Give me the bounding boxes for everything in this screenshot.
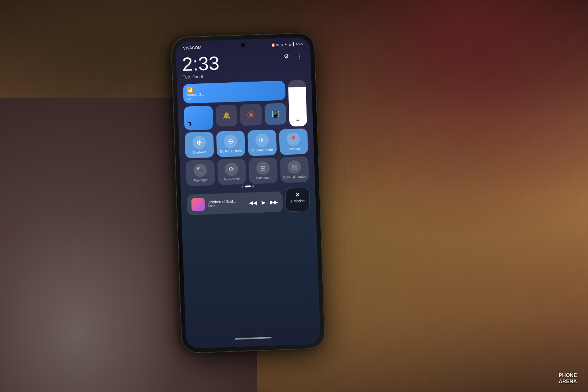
xmode-button[interactable]: ✕ X Mode+ <box>285 187 310 212</box>
bluetooth-icon: ⊕ <box>192 136 206 149</box>
brightness-slider[interactable]: ☀ <box>288 80 307 126</box>
media-player: Children of Bod... Are Y... ◀◀ ▶ ▶▶ <box>187 191 283 215</box>
carrier-name: VIVACOM <box>183 45 201 50</box>
media-row: Children of Bod... Are Y... ◀◀ ▶ ▶▶ <box>187 187 310 215</box>
watermark: PHONE ARENA <box>559 372 577 385</box>
dot-2 <box>245 186 251 188</box>
dnd-label: Do Not Disturb <box>220 149 242 154</box>
flashlight-label: Flashlight <box>193 178 208 183</box>
panel-controls: ⚙ ⋮ <box>281 50 305 61</box>
phone-screen: VIVACOM ⏰ ✉ ⊙ ✦ ▲ ▌ 65% <box>176 37 321 349</box>
location-label: Location <box>287 147 300 151</box>
signal-icon: ▲ <box>288 43 291 46</box>
dnd-tile[interactable]: ⊖ Do Not Disturb <box>216 130 245 157</box>
airplane-label: Airplane mode <box>252 148 273 153</box>
time-date-block: 2:33 Tue, Jan 9 <box>182 54 220 80</box>
mute-tile[interactable]: 🔕 <box>240 104 262 126</box>
ring-tile[interactable]: 🔔 <box>215 105 237 127</box>
autorotate-tile[interactable]: ⟳ Auto-rotate <box>217 158 246 185</box>
second-tile-row: ⇅ 🔔 🔕 <box>184 103 287 130</box>
ring-icon: 🔔 <box>222 111 231 120</box>
mute-icon: 🔕 <box>247 111 255 119</box>
bluetooth-tile[interactable]: ⊕ Bluetooth <box>184 132 214 158</box>
toggle-row-2: 🔦 Flashlight ⟳ Auto-rotate ⊞ Calculator <box>186 156 309 186</box>
home-indicator[interactable] <box>235 337 272 339</box>
xmode-label: X Mode+ <box>290 199 305 203</box>
toggle-row-1: ⊕ Bluetooth ⊖ Do Not Disturb ✈ Airplane … <box>184 128 308 158</box>
media-play-button[interactable]: ▶ <box>261 199 266 205</box>
dot-3 <box>252 185 254 187</box>
calculator-label: Calculator <box>256 176 271 180</box>
wifi-tile-label: eArena-G... <box>187 93 204 97</box>
airplane-tile[interactable]: ✈ Airplane mode <box>247 129 277 156</box>
vibrate-tile[interactable]: 📳 <box>264 103 286 125</box>
top-tiles-section: 📶 eArena-G... On ⇅ <box>183 80 307 130</box>
calculator-tile[interactable]: ⊞ Calculator <box>248 157 278 184</box>
battery-text: 65% <box>296 42 303 46</box>
location-icon: 📍 <box>287 132 300 146</box>
media-controls: ◀◀ ▶ ▶▶ <box>249 199 278 206</box>
media-album-art <box>191 198 205 211</box>
wifi-tile[interactable]: 📶 eArena-G... On <box>183 80 286 104</box>
data-tile-icon: ⇅ <box>188 121 193 126</box>
brightness-icon: ☀ <box>296 118 301 123</box>
phone-body: VIVACOM ⏰ ✉ ⊙ ✦ ▲ ▌ 65% <box>171 32 325 353</box>
wifi-tile-sub: On <box>187 97 191 100</box>
autorotate-icon: ⟳ <box>225 162 238 176</box>
dot-1 <box>241 186 243 187</box>
clock-time: 2:33 <box>182 54 220 74</box>
clock-date: Tue, Jan 9 <box>183 73 220 80</box>
qr-tile[interactable]: ▦ Scan QR codes <box>280 156 309 183</box>
autorotate-label: Auto-rotate <box>224 177 240 181</box>
notification-panel: 2:33 Tue, Jan 9 ⚙ ⋮ <box>176 47 316 215</box>
flashlight-icon: 🔦 <box>193 163 207 177</box>
wifi-status-icon: ▌ <box>293 42 295 46</box>
watermark-line1: PHONE <box>559 372 577 378</box>
media-prev-button[interactable]: ◀◀ <box>249 199 257 206</box>
xmode-icon: ✕ <box>295 191 300 198</box>
settings-icon[interactable]: ⚙ <box>281 51 292 62</box>
screen-content: VIVACOM ⏰ ✉ ⊙ ✦ ▲ ▌ 65% <box>176 37 321 349</box>
flashlight-tile[interactable]: 🔦 Flashlight <box>186 159 215 186</box>
nfc-icon: ✦ <box>284 43 287 46</box>
data-tile[interactable]: ⇅ <box>184 105 214 130</box>
media-next-button[interactable]: ▶▶ <box>270 199 278 205</box>
message-icon: ✉ <box>276 43 279 47</box>
status-icons: ⏰ ✉ ⊙ ✦ ▲ ▌ 65% <box>271 42 303 47</box>
dnd-icon: ⊖ <box>224 134 237 148</box>
time-section: 2:33 Tue, Jan 9 ⚙ ⋮ <box>182 49 306 83</box>
wifi-tile-icon: 📶 <box>187 87 193 93</box>
phone-device: VIVACOM ⏰ ✉ ⊙ ✦ ▲ ▌ 65% <box>171 32 325 353</box>
media-info: Children of Bod... Are Y... <box>208 199 246 208</box>
left-tiles: 📶 eArena-G... On ⇅ <box>183 80 287 130</box>
vibrate-icon: 📳 <box>271 110 280 118</box>
sync-icon: ⊙ <box>280 43 283 46</box>
alarm-icon: ⏰ <box>271 43 275 47</box>
qr-icon: ▦ <box>287 160 301 174</box>
location-tile[interactable]: 📍 Location <box>279 128 308 155</box>
quick-tiles: 📶 eArena-G... On ⇅ <box>183 80 310 215</box>
qr-label: Scan QR codes <box>283 175 306 180</box>
bluetooth-label: Bluetooth <box>193 150 207 155</box>
more-options-icon[interactable]: ⋮ <box>294 50 305 61</box>
airplane-icon: ✈ <box>255 133 269 147</box>
calculator-icon: ⊞ <box>256 161 270 175</box>
watermark-line2: ARENA <box>559 378 577 385</box>
